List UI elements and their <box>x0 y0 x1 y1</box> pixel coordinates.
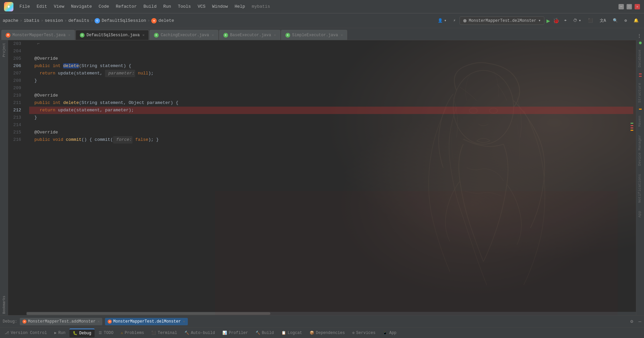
problems-tab[interactable]: ⚠ Problems <box>117 329 147 337</box>
tab-default-sql-session[interactable]: C DefaultSqlSession.java ✕ <box>75 30 149 40</box>
tabs-overflow-button[interactable]: ⋮ <box>635 32 644 40</box>
code-editor[interactable]: 203 204 205 206 207 208 209 210 211 212 … <box>8 40 636 315</box>
minimize-button[interactable]: — <box>619 4 624 9</box>
session-close-add[interactable]: ✕ <box>98 319 100 324</box>
settings-action[interactable]: ⚙ <box>622 17 630 24</box>
maximize-button[interactable]: □ <box>627 4 632 9</box>
debug-session-add-monster[interactable]: m MonsterMapperTest.addMonster ✕ <box>20 318 102 325</box>
version-control-tab[interactable]: ⎇ Version Control <box>1 329 50 337</box>
menu-build[interactable]: Build <box>141 3 159 10</box>
session-icon-add: m <box>22 320 26 324</box>
window-controls: — □ ✕ <box>619 4 640 9</box>
right-indicator-green <box>639 42 642 44</box>
menu-edit[interactable]: Edit <box>34 3 50 10</box>
tab-close-base[interactable]: ✕ <box>274 33 276 37</box>
menu-refactor[interactable]: Refactor <box>113 3 139 10</box>
dependencies-tab[interactable]: 📦 Dependencies <box>306 329 348 337</box>
menu-navigate[interactable]: Navigate <box>68 3 95 10</box>
app-tab[interactable]: 📱 App <box>379 329 400 337</box>
menu-view[interactable]: View <box>51 3 67 10</box>
debug-settings-button[interactable]: ⚙ <box>630 319 633 324</box>
debug-button[interactable]: 🐞 <box>553 17 559 24</box>
profiler-icon: 📊 <box>222 331 227 335</box>
close-button[interactable]: ✕ <box>635 4 640 9</box>
tab-base-executor[interactable]: C BaseExecutor.java ✕ <box>219 30 280 40</box>
services-tab[interactable]: ⚙ Services <box>349 329 379 337</box>
todo-label: TODO <box>104 331 113 335</box>
debug-tab[interactable]: 🐛 Debug <box>69 329 95 337</box>
debug-session-del-monster[interactable]: m MonsterMapperTest.delMonster ✕ <box>105 318 187 325</box>
breadcrumb-class[interactable]: C DefaultSqlSession <box>95 18 146 23</box>
git-action[interactable]: 👤 ▾ <box>435 17 449 24</box>
git-icon: 👤 <box>438 18 443 23</box>
breadcrumb-apache[interactable]: apache <box>3 18 18 23</box>
session-close-del[interactable]: ✕ <box>183 319 185 324</box>
global-search-action[interactable]: 🔍 <box>610 17 621 24</box>
tab-icon-default-sql: C <box>80 33 85 38</box>
run-config-dropdown-icon: ▾ <box>538 18 541 23</box>
breadcrumb-session[interactable]: session <box>45 18 63 23</box>
run-tab[interactable]: ▶ Run <box>51 329 69 337</box>
bookmark-sidebar-button[interactable]: Bookmarks <box>0 294 8 315</box>
logcat-tab[interactable]: 📋 Logcat <box>278 329 306 337</box>
profiler-label: Profiler <box>229 331 248 335</box>
search-action[interactable]: ⚡ <box>450 17 458 24</box>
tab-close-caching[interactable]: ✕ <box>212 33 214 37</box>
profiler-tab[interactable]: 📊 Profiler <box>219 329 252 337</box>
menu-code[interactable]: Code <box>96 3 112 10</box>
build-tab[interactable]: 🔨 Build <box>252 329 277 337</box>
todo-tab[interactable]: ☰ TODO <box>95 329 117 337</box>
notifications-tab[interactable]: Notifications <box>636 170 644 207</box>
title-bar: ♦ File Edit View Navigate Code Refactor … <box>0 0 644 13</box>
search-icon: ⚡ <box>453 18 455 23</box>
session-name-add: MonsterMapperTest.addMonster <box>28 319 96 324</box>
app-right-tab[interactable]: App <box>636 207 644 222</box>
maven-tab[interactable]: Maven <box>636 112 644 131</box>
menu-tools[interactable]: Tools <box>175 3 194 10</box>
device-manager-tab[interactable]: Device Manager <box>636 131 644 170</box>
coverage-button[interactable]: ☂ <box>561 17 569 24</box>
menu-help[interactable]: Help <box>232 3 248 10</box>
translate-action[interactable]: 文A <box>597 16 609 25</box>
menu-vcs[interactable]: VCS <box>195 3 208 10</box>
terminal-label: Terminal <box>158 331 177 335</box>
run-config-selector[interactable]: MonsterMapperTest.delMonster ▾ <box>460 16 544 25</box>
project-sidebar-button[interactable]: Project <box>0 42 8 58</box>
profile-button[interactable]: ⏱ ▾ <box>571 17 584 24</box>
code-content[interactable]: ⊟ ⌐ @Override ▶ <box>26 40 636 315</box>
tab-icon-caching: C <box>154 33 159 38</box>
structure-tab[interactable]: Structure <box>636 79 644 107</box>
logcat-icon: 📋 <box>281 331 286 335</box>
code-line-215: @Override <box>29 129 633 136</box>
tab-close-monster[interactable]: ✕ <box>68 33 70 37</box>
tab-label-default-sql: DefaultSqlSession.java <box>87 33 140 38</box>
menu-file[interactable]: File <box>17 3 33 10</box>
auto-build-tab[interactable]: 🔨 Auto-build <box>181 329 218 337</box>
tab-close-simple[interactable]: ✕ <box>341 33 343 37</box>
code-line-211: ▶ ⊟ public int delete(String statement, … <box>29 99 633 107</box>
breadcrumb-ibatis[interactable]: ibatis <box>24 18 40 23</box>
code-line-205: @Override <box>29 55 633 62</box>
code-line-216: ▶ public void commit() { commit( force: … <box>29 136 633 144</box>
run-button[interactable]: ▶ <box>546 17 550 24</box>
menu-window[interactable]: Window <box>210 3 231 10</box>
update-action[interactable]: 🔔 <box>631 17 641 24</box>
stop-button[interactable]: ⬛ <box>585 17 596 24</box>
code-line-210: @Override <box>29 92 633 99</box>
tab-label-monster: MonsterMapperTest.java <box>12 33 65 38</box>
tab-caching-executor[interactable]: C CachingExecutor.java ✕ <box>150 30 218 40</box>
menu-run[interactable]: Run <box>161 3 174 10</box>
debug-minimize-button[interactable]: — <box>639 319 641 324</box>
tab-simple-executor[interactable]: C SimpleExecutor.java ✕ <box>281 30 347 40</box>
build-label: Build <box>262 331 274 335</box>
tab-monster-mapper-test[interactable]: M MonsterMapperTest.java ✕ <box>1 30 75 40</box>
breadcrumb-defaults[interactable]: defaults <box>68 18 89 23</box>
database-tab[interactable]: Database <box>636 46 644 71</box>
tab-close-default-sql[interactable]: ✕ <box>143 33 145 37</box>
terminal-tab[interactable]: ⬛ Terminal <box>148 329 180 337</box>
tab-label-base: BaseExecutor.java <box>230 33 271 38</box>
breadcrumb-method[interactable]: m delete <box>151 18 174 23</box>
tab-icon-base: C <box>223 33 228 38</box>
auto-build-label: Auto-build <box>191 331 215 335</box>
vc-icon: ⎇ <box>5 331 9 335</box>
